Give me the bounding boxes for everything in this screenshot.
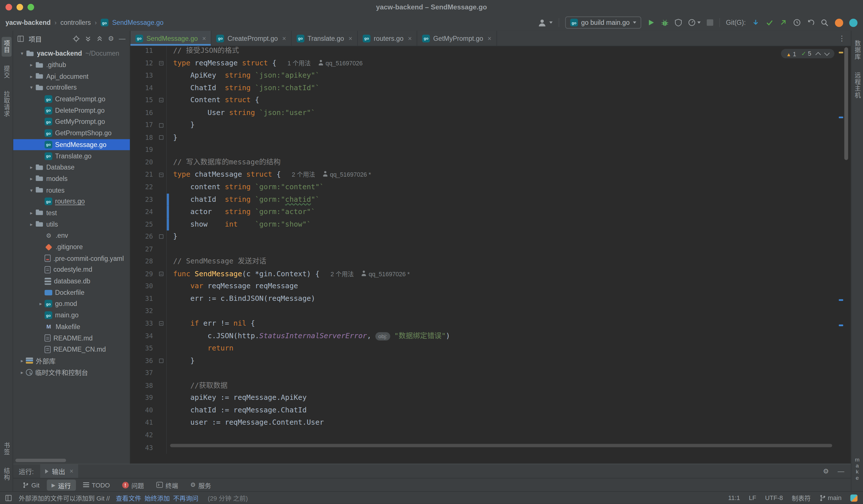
tree-item-test[interactable]: ▸test	[13, 207, 130, 219]
stripe-mark-change[interactable]	[839, 117, 843, 118]
prev-problem-button[interactable]	[815, 52, 821, 57]
tab-CreatePrompt.go[interactable]: CreatePrompt.go	[212, 31, 291, 46]
push-button[interactable]	[779, 19, 787, 27]
rollback-button[interactable]	[807, 19, 814, 27]
chevron-down-icon[interactable]: ▾	[18, 51, 26, 56]
code-line-19[interactable]: 19	[130, 144, 839, 156]
status-link-始终添加[interactable]: 始终添加	[145, 495, 170, 502]
tree-item-codestyle.md[interactable]: codestyle.md	[13, 264, 130, 275]
tree-item-临时文件和控制台[interactable]: ▸临时文件和控制台	[13, 366, 130, 378]
fold-marker-icon[interactable]	[159, 173, 163, 177]
tab-close-icon[interactable]	[408, 34, 412, 42]
inspections-widget[interactable]: 1 5	[781, 49, 835, 59]
code-line-14[interactable]: 14 ChatId string `json:"chatId"`	[130, 82, 839, 94]
code-line-20[interactable]: 20// 写入数据库的message的结构	[130, 156, 839, 168]
tab-close-icon[interactable]	[202, 34, 206, 42]
code-line-33[interactable]: 33 if err != nil {	[130, 318, 839, 329]
status-link-不再询问[interactable]: 不再询问	[173, 495, 199, 502]
tab-close-icon[interactable]	[487, 34, 491, 42]
stripe-button-结构[interactable]: 结构	[1, 464, 11, 484]
run-config-select[interactable]: go build main.go	[565, 16, 641, 28]
author-hint[interactable]: qq_51697026 *	[362, 271, 410, 277]
tree-item-Api_document[interactable]: ▸Api_document	[13, 70, 130, 82]
tree-item-Dockerfile[interactable]: Dockerfile	[13, 287, 130, 298]
expand-all-icon[interactable]	[85, 35, 91, 42]
toolwindow-button-TODO[interactable]: TODO	[78, 480, 115, 489]
tree-item-GetPromptShop.go[interactable]: GetPromptShop.go	[13, 128, 130, 139]
code-line-37[interactable]: 37	[130, 367, 839, 379]
fold-marker-icon[interactable]	[159, 272, 163, 276]
code-line-24[interactable]: 24 actor string `gorm:"actor"`	[130, 206, 839, 218]
chevron-down-icon[interactable]: ▾	[27, 187, 35, 193]
search-everywhere-button[interactable]	[821, 18, 829, 27]
profiler-button[interactable]	[688, 19, 701, 27]
code-line-42[interactable]: 42	[130, 429, 839, 441]
tree-item-GetMyPrompt.go[interactable]: GetMyPrompt.go	[13, 116, 130, 128]
chevron-right-icon[interactable]: ▸	[27, 165, 35, 170]
tree-item-README_CN.md[interactable]: README_CN.md	[13, 344, 130, 355]
run-button[interactable]	[647, 19, 655, 27]
tree-item-main.go[interactable]: main.go	[13, 310, 130, 321]
code-line-17[interactable]: 17 }	[130, 119, 839, 131]
code-line-25[interactable]: 25 show int `gorm:"show"`	[130, 218, 839, 230]
stop-button[interactable]	[707, 19, 713, 26]
code-line-22[interactable]: 22 content string `gorm:"content"`	[130, 181, 839, 193]
chevron-right-icon[interactable]: ▸	[27, 62, 35, 68]
tree-item-SendMessage.go[interactable]: SendMessage.go	[13, 139, 130, 151]
minimize-window-button[interactable]	[16, 4, 23, 10]
toolwindow-switcher-icon[interactable]	[5, 495, 11, 501]
run-hide-icon[interactable]: —	[838, 467, 844, 475]
fold-marker-icon[interactable]	[159, 98, 163, 102]
code-line-21[interactable]: 21type chatMessage struct {2 个用法qq_51697…	[130, 169, 839, 181]
usages-hint[interactable]: 2 个用法	[331, 271, 354, 277]
stripe-button-make[interactable]: make	[853, 453, 861, 484]
tab-close-icon[interactable]	[348, 34, 352, 42]
chevron-right-icon[interactable]: ▸	[37, 301, 45, 307]
user-accounts-button[interactable]	[538, 18, 553, 27]
code-line-16[interactable]: 16 User string `json:"user"`	[130, 106, 839, 119]
tree-item-CreatePrompt.go[interactable]: CreatePrompt.go	[13, 93, 130, 105]
tree-item-Translate.go[interactable]: Translate.go	[13, 151, 130, 162]
code-line-28[interactable]: 28// SendMessage 发送对话	[130, 256, 839, 268]
tree-item-go.mod[interactable]: ▸go.mod	[13, 298, 130, 310]
tree-item-.github[interactable]: ▸.github	[13, 59, 130, 71]
tree-item-.pre-commit-config.yaml[interactable]: .pre-commit-config.yaml	[13, 253, 130, 264]
tree-item-yacw-backend[interactable]: ▾yacw-backend~/Documen	[13, 48, 130, 59]
project-scrollbar[interactable]	[15, 458, 66, 462]
commit-button[interactable]	[766, 19, 773, 27]
coverage-button[interactable]	[675, 19, 682, 27]
author-hint[interactable]: qq_51697026 *	[323, 171, 371, 178]
usages-hint[interactable]: 1 个用法	[288, 60, 311, 66]
breadcrumb-folder[interactable]: controllers	[60, 19, 91, 27]
fold-marker-icon[interactable]	[159, 321, 163, 326]
update-project-button[interactable]	[752, 19, 760, 27]
code-line-41[interactable]: 41 user := reqMessage.Content.User	[130, 417, 839, 429]
breadcrumb-project[interactable]: yacw-backend	[5, 19, 51, 27]
tree-item-Makefile[interactable]: Makefile	[13, 321, 130, 333]
file-encoding[interactable]: UTF-8	[765, 494, 783, 501]
tree-item-DeletePrompt.go[interactable]: DeletePrompt.go	[13, 105, 130, 116]
tree-item-README.md[interactable]: README.md	[13, 332, 130, 344]
tab-SendMessage.go[interactable]: SendMessage.go	[130, 31, 212, 46]
tab-close-icon[interactable]	[70, 467, 74, 475]
chevron-right-icon[interactable]: ▸	[27, 176, 35, 181]
tree-item-routes[interactable]: ▾routes	[13, 184, 130, 196]
author-hint[interactable]: qq_51697026	[318, 60, 363, 66]
code-line-27[interactable]: 27	[130, 243, 839, 255]
stripe-mark-change[interactable]	[839, 299, 843, 301]
tab-close-icon[interactable]	[282, 34, 286, 42]
hide-panel-icon[interactable]: —	[119, 35, 125, 42]
code-line-18[interactable]: 18}	[130, 131, 839, 144]
settings-gear-icon[interactable]: ⚙	[108, 35, 114, 42]
stripe-button-提交[interactable]: 提交	[1, 62, 11, 82]
chevron-right-icon[interactable]: ▸	[27, 221, 35, 227]
toolwindow-button-终端[interactable]: 终端	[151, 479, 183, 491]
code-line-34[interactable]: 34 c.JSON(http.StatusInternalServerError…	[130, 330, 839, 342]
project-view-icon[interactable]	[18, 35, 24, 41]
code-line-26[interactable]: 26}	[130, 231, 839, 243]
chevron-right-icon[interactable]: ▸	[27, 74, 35, 79]
tree-item-.env[interactable]: .env	[13, 230, 130, 242]
code-line-38[interactable]: 38 //获取数据	[130, 379, 839, 391]
run-output-tab[interactable]: 输出	[40, 464, 78, 478]
tree-item-.gitignore[interactable]: .gitignore	[13, 241, 130, 253]
